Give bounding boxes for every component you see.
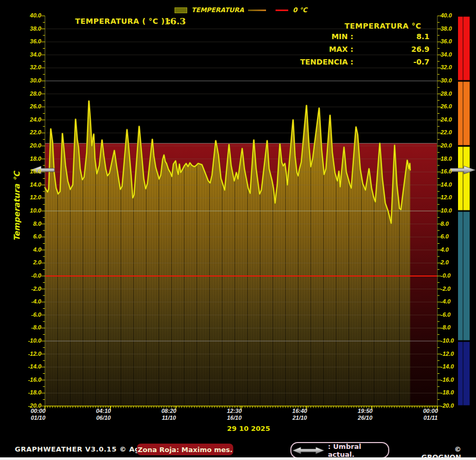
y-axis-label-right: 38.0	[441, 25, 464, 32]
y-axis-label-right: 28.0	[441, 90, 464, 97]
x-axis-time-label: 12:30	[217, 408, 251, 415]
x-axis-date-label: 01/10	[21, 415, 55, 421]
current-temp-label: TEMPERATURA ( °C ) :	[75, 17, 171, 25]
y-axis-label-right: -10.0	[441, 337, 464, 344]
y-axis-label-right: 20.0	[441, 142, 464, 149]
y-axis-label-left: 26.0	[18, 103, 41, 110]
date-note: 29 10 2025	[222, 425, 275, 433]
max-label: MAX :	[269, 45, 353, 53]
y-axis-label-left: 36.0	[18, 38, 41, 45]
y-axis-label-left: 28.0	[18, 90, 41, 97]
current-temp-value: 16.3	[164, 16, 186, 26]
y-axis-label-left: -16.0	[18, 376, 41, 383]
y-axis-label-right: 30.0	[441, 77, 464, 84]
y-axis-label-left: -14.0	[18, 363, 41, 370]
x-axis-date-label: 26/10	[348, 415, 382, 421]
y-axis-label-right: -2.0	[441, 286, 464, 292]
y-axis-label-right: 26.0	[441, 103, 464, 110]
legend-zero-label: 0 °C	[292, 6, 307, 14]
y-axis-label-right: 14.0	[441, 181, 464, 188]
y-axis-label-left: -10.0	[18, 337, 41, 344]
y-axis-label-left: 22.0	[18, 129, 41, 136]
trend-value: -0.7	[353, 58, 429, 66]
graphweather-window: TEMPERATURA 0 °C TEMPERATURA ( °C ) : 16…	[0, 0, 476, 460]
y-axis-label-right: -18.0	[441, 389, 464, 396]
x-axis-time-label: 00:00	[21, 408, 55, 415]
y-axis-label-right: 22.0	[441, 129, 464, 136]
x-axis-date-label: 06/10	[87, 415, 121, 421]
min-value: 8.1	[353, 32, 429, 41]
x-axis-time-label: 04:10	[87, 408, 121, 415]
series-line-sample-icon	[248, 10, 266, 11]
stat-row-max: MAX : 26.9	[269, 45, 429, 53]
y-axis-label-left: 34.0	[18, 51, 41, 58]
x-axis-time-label: 16:40	[283, 408, 317, 415]
y-axis-label-right: 8.0	[441, 220, 464, 227]
y-axis-label-right: 34.0	[441, 51, 464, 58]
x-axis-date-label: 21/10	[283, 415, 317, 421]
trend-label: TENDENCIA :	[269, 58, 353, 66]
y-axis-label-right: 16.0	[441, 168, 464, 175]
y-axis-label-right: 4.0	[441, 246, 464, 253]
series-color-swatch-icon	[175, 7, 187, 13]
y-axis-label-left: -0.0	[18, 272, 41, 279]
threshold-badge-label: : Umbral actual.	[328, 443, 388, 458]
stat-row-trend: TENDENCIA : -0.7	[269, 58, 429, 66]
y-axis-label-right: 32.0	[441, 64, 464, 71]
y-axis-label-right: -14.0	[441, 363, 464, 370]
x-axis-date-label: 01/11	[414, 415, 447, 421]
x-axis-time-label: 19:50	[348, 408, 382, 415]
y-axis-label-left: 8.0	[18, 220, 41, 227]
y-axis-label-right: 10.0	[441, 207, 464, 214]
x-axis-date-label: 11/10	[152, 415, 186, 421]
y-axis-label-right: 18.0	[441, 155, 464, 162]
y-axis-label-right: -12.0	[441, 351, 464, 357]
red-zone-badge-label: Zona Roja: Maximo mes.	[138, 446, 232, 454]
y-axis-label-left: 40.0	[18, 12, 41, 19]
y-axis-label-left: -18.0	[18, 389, 41, 396]
y-axis-label-left: 20.0	[18, 142, 41, 149]
min-label: MIN :	[269, 32, 353, 41]
threshold-badge: : Umbral actual.	[290, 442, 389, 458]
y-axis-label-left: 38.0	[18, 25, 41, 32]
y-axis-label-right: -4.0	[441, 298, 464, 305]
legend-series-label: TEMPERATURA	[191, 6, 244, 14]
y-axis-label-left: -8.0	[18, 324, 41, 331]
y-axis-label-left: -4.0	[18, 298, 41, 305]
y-axis-label-right: 2.0	[441, 259, 464, 266]
stat-row-min: MIN : 8.1	[269, 32, 429, 41]
temperature-chart	[0, 0, 476, 460]
y-axis-label-right: -8.0	[441, 324, 464, 331]
y-axis-label-left: 30.0	[18, 77, 41, 84]
y-axis-label-right: -6.0	[441, 311, 464, 318]
x-axis-time-label: 08:20	[152, 408, 186, 415]
red-zone-badge: Zona Roja: Maximo mes.	[137, 444, 233, 455]
y-axis-label-left: 2.0	[18, 259, 41, 266]
y-axis-label-left: 4.0	[18, 246, 41, 253]
y-axis-label-left: 12.0	[18, 194, 41, 201]
y-axis-label-left: 18.0	[18, 155, 41, 162]
stats-title: TEMPERATURA °C	[330, 22, 436, 30]
y-axis-label-left: 14.0	[18, 181, 41, 188]
max-value: 26.9	[353, 45, 429, 53]
y-axis-label-right: 12.0	[441, 194, 464, 201]
window-bottom-edge	[0, 457, 476, 460]
y-axis-label-right: 36.0	[441, 38, 464, 45]
y-axis-label-left: 10.0	[18, 207, 41, 214]
y-axis-label-left: -2.0	[18, 286, 41, 292]
y-axis-label-left: 24.0	[18, 116, 41, 123]
y-axis-label-right: -16.0	[441, 376, 464, 383]
y-axis-label-right: 6.0	[441, 233, 464, 240]
y-axis-label-right: -0.0	[441, 272, 464, 279]
y-axis-label-left: 6.0	[18, 233, 41, 240]
double-arrow-icon	[291, 446, 324, 455]
stats-block: MIN : 8.1 MAX : 26.9 TENDENCIA : -0.7	[269, 32, 429, 66]
chart-legend: TEMPERATURA 0 °C	[175, 6, 307, 14]
y-axis-label-right: 24.0	[441, 116, 464, 123]
zero-line-sample-icon	[276, 10, 288, 11]
y-axis-label-left: -12.0	[18, 351, 41, 357]
x-axis-time-label: 00:00	[414, 408, 447, 415]
y-axis-label-right: 40.0	[441, 12, 464, 19]
x-axis-date-label: 16/10	[217, 415, 251, 421]
y-axis-label-left: -6.0	[18, 311, 41, 318]
